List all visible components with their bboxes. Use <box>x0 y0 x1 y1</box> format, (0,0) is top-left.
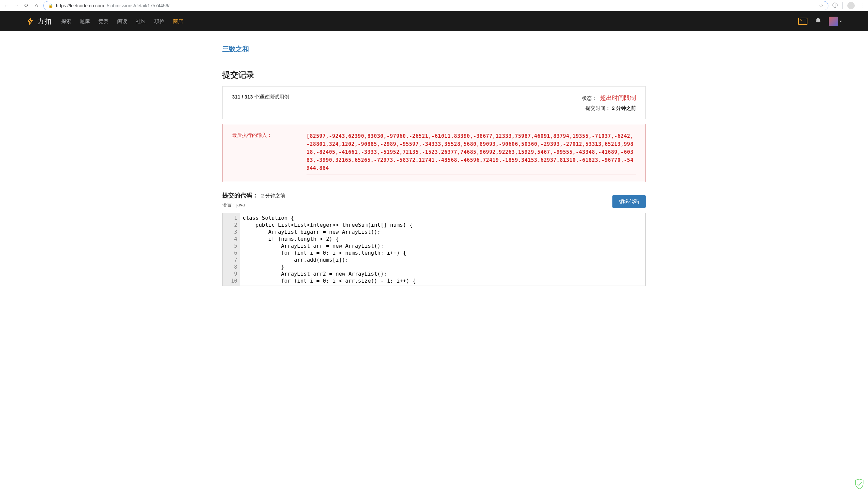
back-icon[interactable]: ← <box>3 3 9 9</box>
code-section-title: 提交的代码： <box>222 192 258 199</box>
nav-link-6[interactable]: 商店 <box>173 18 183 25</box>
last-input-label: 最后执行的输入： <box>232 132 307 139</box>
last-input-value: [82597,-9243,62390,83030,-97960,-26521,-… <box>307 132 636 174</box>
reload-icon[interactable]: ⟳ <box>23 3 29 9</box>
submit-time-label: 提交时间： <box>585 105 610 111</box>
edit-code-button[interactable]: 编辑代码 <box>612 195 646 208</box>
code-section-time: 2 分钟之前 <box>261 193 285 198</box>
home-icon[interactable]: ⌂ <box>33 3 39 9</box>
browser-chrome: ← → ⟳ ⌂ 🔒 https://leetcode-cn.com/submis… <box>0 0 868 11</box>
code-editor[interactable]: 12345678910 class Solution { public List… <box>222 213 646 286</box>
separator <box>842 2 843 9</box>
nav-right <box>798 17 842 26</box>
url-path: /submissions/detail/17574456/ <box>107 3 170 8</box>
code-body: class Solution { public List<List<Intege… <box>240 213 645 286</box>
nav-link-2[interactable]: 竞赛 <box>99 18 108 25</box>
lock-icon: 🔒 <box>48 3 53 8</box>
brand[interactable]: 力扣 <box>26 17 52 26</box>
address-bar[interactable]: 🔒 https://leetcode-cn.com/submissions/de… <box>43 1 828 10</box>
nav-link-0[interactable]: 探索 <box>61 18 71 25</box>
url-host: https://leetcode-cn.com <box>56 3 104 8</box>
nav-link-4[interactable]: 社区 <box>136 18 146 25</box>
star-icon[interactable]: ☆ <box>819 3 823 8</box>
chrome-right: ⓘ ⋮ <box>833 2 865 9</box>
brand-text: 力扣 <box>37 17 52 26</box>
user-menu[interactable] <box>829 17 842 26</box>
problem-title-link[interactable]: 三数之和 <box>222 45 249 53</box>
nav-link-3[interactable]: 阅读 <box>117 18 127 25</box>
info-icon[interactable]: ⓘ <box>833 2 838 9</box>
status-value: 超出时间限制 <box>600 95 636 101</box>
bell-icon[interactable] <box>815 17 821 25</box>
nav-links: 探索题库竞赛阅读社区职位商店 <box>61 18 183 25</box>
kebab-icon[interactable]: ⋮ <box>859 2 865 9</box>
passed-count: 311 <box>232 94 240 100</box>
section-title-record: 提交记录 <box>222 70 646 80</box>
total-count: 313 <box>245 94 253 100</box>
user-avatar <box>829 17 838 26</box>
shield-icon <box>855 479 864 489</box>
brand-logo-icon <box>26 17 34 26</box>
lang-value: java <box>236 202 245 207</box>
forward-icon[interactable]: → <box>13 3 19 9</box>
lang-label: 语言： <box>222 202 236 207</box>
nav-link-5[interactable]: 职位 <box>154 18 164 25</box>
terminal-icon[interactable] <box>798 18 808 25</box>
status-block: 状态： 超出时间限制 提交时间： 2 分钟之前 <box>582 94 636 112</box>
testcase-summary: 311 / 313 个通过测试用例 <box>232 94 289 100</box>
code-header: 提交的代码： 2 分钟之前 语言：java 编辑代码 <box>222 191 646 208</box>
last-input-box: 最后执行的输入： [82597,-9243,62390,83030,-97960… <box>222 124 646 182</box>
result-box: 311 / 313 个通过测试用例 状态： 超出时间限制 提交时间： 2 分钟之… <box>222 86 646 119</box>
unit-label: 个通过测试用例 <box>253 94 289 100</box>
top-nav: 力扣 探索题库竞赛阅读社区职位商店 <box>0 11 868 31</box>
chevron-down-icon <box>839 21 842 22</box>
line-gutter: 12345678910 <box>223 213 240 286</box>
page-content: 三数之和 提交记录 311 / 313 个通过测试用例 状态： 超出时间限制 提… <box>222 31 646 286</box>
profile-avatar[interactable] <box>847 2 855 9</box>
status-label: 状态： <box>582 95 597 101</box>
nav-link-1[interactable]: 题库 <box>80 18 90 25</box>
submit-time-value: 2 分钟之前 <box>612 105 636 111</box>
